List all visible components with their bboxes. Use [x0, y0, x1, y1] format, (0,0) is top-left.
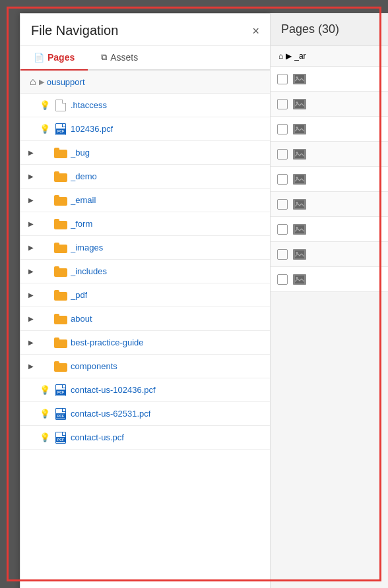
svg-point-9 — [296, 177, 298, 179]
page-tab-icon: 📄 — [34, 53, 44, 63]
row-image-icon — [293, 249, 306, 260]
tabs-bar: 📄 Pages ⧉ Assets — [20, 45, 270, 71]
expand-toggle[interactable]: ▶ — [26, 363, 36, 370]
pages-panel: Pages (30) ⌂ ▶ _ar — [271, 13, 388, 588]
file-name[interactable]: about — [71, 314, 92, 324]
row-image-icon — [293, 199, 306, 210]
file-list: 💡.htaccess💡PCF102436.pcf▶_bug▶_demo▶_ema… — [20, 94, 270, 588]
expand-toggle[interactable]: ▶ — [26, 149, 36, 156]
expand-toggle[interactable]: ▶ — [26, 268, 36, 275]
assets-tab-icon: ⧉ — [101, 52, 107, 63]
tab-pages[interactable]: 📄 Pages — [20, 45, 88, 71]
file-name[interactable]: _bug — [71, 148, 90, 158]
file-nav-panel: File Navigation × 📄 Pages ⧉ Assets ⌂ ▶ o… — [20, 13, 271, 588]
lightbulb-icon: 💡 — [39, 409, 51, 419]
table-row — [271, 67, 388, 92]
lightbulb-icon: 💡 — [39, 124, 51, 134]
tab-assets-label: Assets — [110, 52, 138, 63]
row-checkbox[interactable] — [277, 224, 288, 235]
expand-toggle[interactable]: ▶ — [26, 315, 36, 322]
svg-point-17 — [296, 277, 298, 279]
file-name[interactable]: _form — [71, 219, 92, 229]
svg-rect-8 — [295, 175, 304, 183]
list-item: 💡.htaccess — [20, 94, 270, 117]
row-checkbox[interactable] — [277, 199, 288, 210]
list-item: ▶_form — [20, 212, 270, 236]
table-row — [271, 167, 388, 192]
file-name[interactable]: contact-us-62531.pcf — [71, 409, 150, 419]
svg-point-5 — [296, 127, 298, 129]
table-row — [271, 267, 388, 292]
folder-icon — [53, 195, 68, 206]
svg-rect-14 — [295, 250, 304, 258]
file-name[interactable]: _pdf — [71, 290, 87, 300]
file-name[interactable]: contact-us.pcf — [71, 432, 124, 442]
expand-toggle[interactable]: ▶ — [26, 173, 36, 180]
row-checkbox[interactable] — [277, 249, 288, 260]
panel-inner: 📄 Pages ⧉ Assets ⌂ ▶ ousupport 💡.htacces… — [20, 45, 270, 588]
list-item: ▶about — [20, 307, 270, 331]
lightbulb-icon: 💡 — [39, 385, 51, 395]
expand-toggle[interactable]: ▶ — [26, 196, 36, 204]
svg-rect-16 — [295, 276, 304, 283]
list-item: ▶_demo — [20, 165, 270, 189]
file-name[interactable]: best-practice-guide — [71, 338, 144, 347]
folder-icon — [53, 148, 68, 158]
row-checkbox[interactable] — [277, 74, 288, 84]
list-item: 💡PCFcontact-us.pcf — [20, 426, 270, 450]
svg-point-11 — [296, 202, 298, 204]
folder-icon — [53, 290, 68, 301]
svg-rect-6 — [295, 150, 304, 158]
expand-toggle[interactable]: ▶ — [26, 339, 36, 346]
expand-toggle[interactable]: ▶ — [26, 244, 36, 251]
file-name[interactable]: _includes — [71, 266, 107, 276]
svg-point-15 — [296, 252, 298, 254]
row-checkbox[interactable] — [277, 99, 288, 109]
pages-breadcrumb: ⌂ ▶ _ar — [271, 46, 388, 67]
tab-assets[interactable]: ⧉ Assets — [88, 45, 151, 71]
file-name[interactable]: 102436.pcf — [71, 124, 113, 134]
row-checkbox[interactable] — [277, 124, 288, 134]
list-item: ▶components — [20, 355, 270, 378]
folder-icon — [53, 171, 68, 182]
row-checkbox[interactable] — [277, 174, 288, 185]
row-image-icon — [293, 224, 306, 235]
svg-point-13 — [296, 227, 298, 229]
row-image-icon — [293, 174, 306, 185]
breadcrumb-path[interactable]: ousupport — [47, 77, 85, 87]
table-row — [271, 192, 388, 217]
table-row — [271, 92, 388, 117]
list-item: ▶_images — [20, 236, 270, 260]
folder-icon — [53, 243, 68, 253]
file-name[interactable]: .htaccess — [71, 100, 107, 110]
list-item: ▶_email — [20, 189, 270, 212]
svg-rect-10 — [295, 200, 304, 208]
pages-home-icon: ⌂ — [278, 51, 283, 61]
close-button[interactable]: × — [252, 25, 259, 37]
pages-breadcrumb-path: _ar — [294, 51, 306, 61]
row-checkbox[interactable] — [277, 274, 288, 285]
expand-toggle[interactable]: ▶ — [26, 291, 36, 299]
svg-point-1 — [296, 76, 298, 78]
row-checkbox[interactable] — [277, 149, 288, 160]
home-icon[interactable]: ⌂ — [30, 76, 36, 88]
list-item: ▶_includes — [20, 260, 270, 283]
file-name[interactable]: _images — [71, 243, 103, 252]
pages-title: Pages (30) — [281, 22, 339, 36]
lightbulb-icon: 💡 — [39, 432, 51, 442]
file-name[interactable]: _email — [71, 195, 96, 205]
list-item: ▶_pdf — [20, 283, 270, 307]
row-image-icon — [293, 274, 306, 285]
folder-icon — [53, 219, 68, 229]
list-item: 💡PCF102436.pcf — [20, 117, 270, 141]
table-row — [271, 142, 388, 167]
folder-icon — [53, 361, 68, 372]
svg-rect-4 — [295, 125, 304, 133]
list-item: 💡PCFcontact-us-62531.pcf — [20, 402, 270, 426]
expand-toggle[interactable]: ▶ — [26, 220, 36, 227]
file-name[interactable]: components — [71, 361, 117, 371]
row-image-icon — [293, 74, 306, 84]
pages-header: Pages (30) — [271, 13, 388, 46]
file-name[interactable]: contact-us-102436.pcf — [71, 385, 156, 395]
file-name[interactable]: _demo — [71, 171, 97, 181]
